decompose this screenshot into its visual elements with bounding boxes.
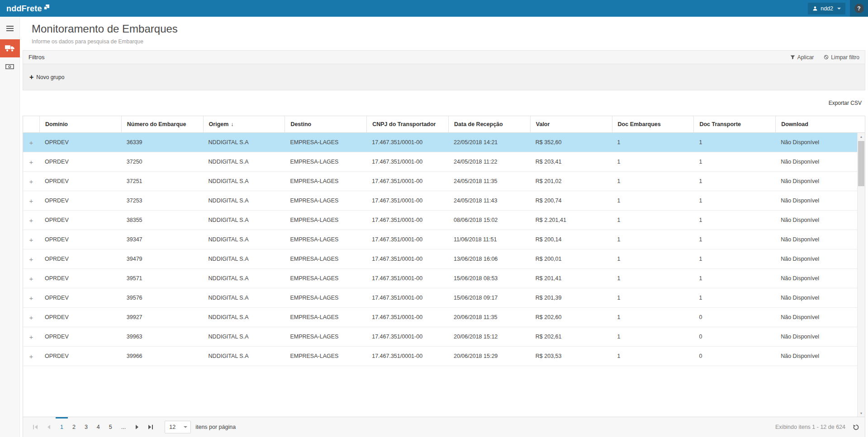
table-row[interactable]: +OPRDEV38355NDDIGITAL S.AEMPRESA-LAGES17… — [23, 211, 857, 230]
table-cell: OPRDEV — [39, 133, 121, 152]
pager-page-button[interactable]: 5 — [104, 417, 117, 437]
table-cell: 1 — [612, 288, 694, 307]
table-cell: R$ 200,14 — [530, 230, 612, 249]
column-header-label: Origem — [209, 121, 229, 127]
grid-body: +OPRDEV36339NDDIGITAL S.AEMPRESA-LAGES17… — [23, 133, 865, 417]
column-header[interactable]: Download — [775, 116, 857, 132]
expand-row-button[interactable]: + — [23, 133, 39, 152]
page-title: Monitoramento de Embarques — [32, 23, 856, 35]
table-row[interactable]: +OPRDEV39927NDDIGITAL S.AEMPRESA-LAGES17… — [23, 308, 857, 327]
scroll-up-icon[interactable]: ▲ — [858, 133, 865, 140]
brand-logo[interactable]: nddFrete — [6, 4, 49, 14]
table-cell: EMPRESA-LAGES — [285, 308, 366, 327]
table-row[interactable]: +OPRDEV37250NDDIGITAL S.AEMPRESA-LAGES17… — [23, 152, 857, 172]
table-cell: 22/05/2018 14:21 — [448, 133, 530, 152]
table-cell: 17.467.351/0001-00 — [366, 327, 448, 346]
table-row[interactable]: +OPRDEV39571NDDIGITAL S.AEMPRESA-LAGES17… — [23, 269, 857, 288]
scrollbar-thumb[interactable] — [858, 141, 864, 186]
table-cell: 39927 — [121, 308, 203, 327]
table-row[interactable]: +OPRDEV39479NDDIGITAL S.AEMPRESA-LAGES17… — [23, 249, 857, 269]
help-button[interactable]: ? — [850, 0, 868, 17]
column-header-label: Número do Embarque — [127, 121, 186, 127]
pager-page-button[interactable]: 1 — [56, 417, 68, 437]
sidebar-item-financeiro[interactable] — [0, 57, 20, 75]
hamburger-icon — [6, 30, 14, 31]
table-cell: Não Disponível — [775, 172, 857, 191]
column-header-label: Destino — [290, 121, 311, 127]
clear-filter-button[interactable]: Limpar filtro — [824, 54, 859, 61]
column-header[interactable]: Doc Transporte — [693, 116, 775, 132]
column-header[interactable]: Origem↓ — [203, 116, 285, 132]
pager-last-button[interactable] — [144, 417, 157, 437]
table-cell: NDDIGITAL S.A — [203, 249, 285, 268]
table-cell: Não Disponível — [775, 269, 857, 288]
export-csv-button[interactable]: Exportar CSV — [829, 100, 862, 106]
pager-page-button[interactable]: 3 — [80, 417, 92, 437]
refresh-button[interactable] — [853, 424, 859, 431]
pager-ellipsis[interactable]: ... — [117, 417, 130, 437]
expand-row-button[interactable]: + — [23, 249, 39, 268]
table-cell: Não Disponível — [775, 133, 857, 152]
table-cell: OPRDEV — [39, 269, 121, 288]
column-header[interactable]: Data de Recepção — [448, 116, 530, 132]
table-row[interactable]: +OPRDEV39576NDDIGITAL S.AEMPRESA-LAGES17… — [23, 288, 857, 308]
expand-row-button[interactable]: + — [23, 308, 39, 327]
apply-filter-button[interactable]: Aplicar — [790, 54, 814, 61]
column-header[interactable]: Doc Embarques — [612, 116, 694, 132]
pager-page-button[interactable]: 4 — [92, 417, 104, 437]
menu-toggle-button[interactable] — [0, 21, 20, 36]
expand-row-button[interactable]: + — [23, 269, 39, 288]
table-row[interactable]: +OPRDEV37251NDDIGITAL S.AEMPRESA-LAGES17… — [23, 172, 857, 191]
table-row[interactable]: +OPRDEV37253NDDIGITAL S.AEMPRESA-LAGES17… — [23, 191, 857, 211]
table-cell: 1 — [612, 327, 694, 346]
table-cell: EMPRESA-LAGES — [285, 230, 366, 249]
table-row[interactable]: +OPRDEV39966NDDIGITAL S.AEMPRESA-LAGES17… — [23, 347, 857, 366]
table-row[interactable]: +OPRDEV36339NDDIGITAL S.AEMPRESA-LAGES17… — [23, 133, 857, 152]
pager-page-button[interactable]: 2 — [68, 417, 80, 437]
table-cell: 20/06/2018 11:35 — [448, 308, 530, 327]
column-header[interactable]: Número do Embarque — [121, 116, 203, 132]
arrow-right-icon — [136, 425, 138, 429]
page-size-select[interactable]: 12 — [165, 421, 191, 433]
expand-row-button[interactable]: + — [23, 191, 39, 210]
help-icon: ? — [854, 4, 864, 13]
sidebar-item-embarques[interactable] — [0, 39, 20, 57]
table-cell: NDDIGITAL S.A — [203, 172, 285, 191]
table-cell: 17.467.351/0001-00 — [366, 308, 448, 327]
table-cell: OPRDEV — [39, 211, 121, 230]
column-header[interactable]: Destino — [285, 116, 366, 132]
expand-row-button[interactable]: + — [23, 288, 39, 307]
pager-next-button[interactable] — [130, 417, 144, 437]
table-cell: OPRDEV — [39, 249, 121, 268]
scrollbar-track[interactable] — [858, 140, 865, 409]
table-cell: Não Disponível — [775, 308, 857, 327]
grid-rows: +OPRDEV36339NDDIGITAL S.AEMPRESA-LAGES17… — [23, 133, 857, 417]
table-cell: R$ 201,41 — [530, 269, 612, 288]
arrow-left-icon — [35, 425, 38, 429]
arrow-right-icon — [148, 425, 151, 429]
expand-row-button[interactable]: + — [23, 327, 39, 346]
expand-row-button[interactable]: + — [23, 230, 39, 249]
column-header[interactable]: Valor — [530, 116, 612, 132]
table-row[interactable]: +OPRDEV39347NDDIGITAL S.AEMPRESA-LAGES17… — [23, 230, 857, 249]
user-menu-button[interactable]: ndd2 — [808, 3, 845, 14]
column-header[interactable]: Domínio — [39, 116, 121, 132]
expand-row-button[interactable]: + — [23, 152, 39, 171]
table-cell: 39571 — [121, 269, 203, 288]
filters-body: + Novo grupo — [23, 64, 865, 90]
table-cell: 1 — [693, 230, 775, 249]
table-cell: 08/06/2018 15:02 — [448, 211, 530, 230]
pager-prev-button[interactable] — [42, 417, 56, 437]
table-row[interactable]: +OPRDEV39963NDDIGITAL S.AEMPRESA-LAGES17… — [23, 327, 857, 347]
new-group-button[interactable]: + Novo grupo — [29, 74, 64, 80]
column-header[interactable]: CNPJ do Transportador — [366, 116, 448, 132]
pager-first-button[interactable] — [28, 417, 42, 437]
table-cell: 39479 — [121, 249, 203, 268]
expand-row-button[interactable]: + — [23, 211, 39, 230]
expand-row-button[interactable]: + — [23, 172, 39, 191]
table-cell: R$ 201,39 — [530, 288, 612, 307]
table-cell: NDDIGITAL S.A — [203, 269, 285, 288]
scroll-down-icon[interactable]: ▼ — [858, 409, 865, 417]
vertical-scrollbar[interactable]: ▲ ▼ — [857, 133, 865, 417]
expand-row-button[interactable]: + — [23, 347, 39, 366]
